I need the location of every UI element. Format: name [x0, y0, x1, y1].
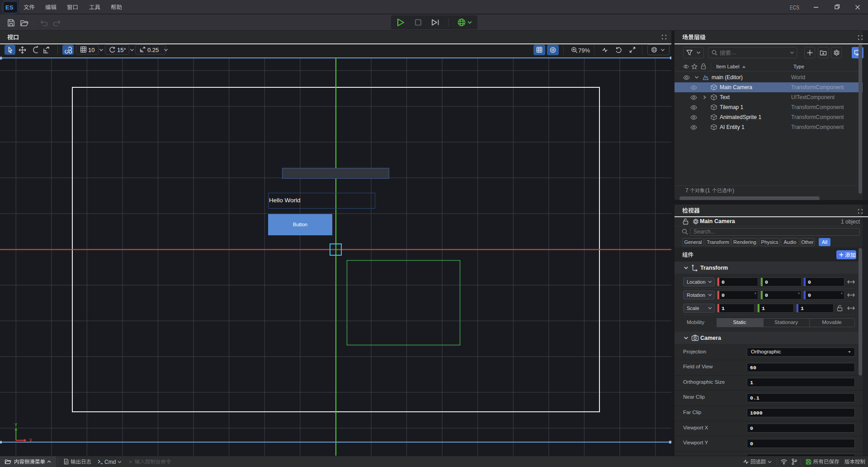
svg-text:Button: Button [293, 222, 307, 227]
svg-text:Hello World: Hello World [269, 197, 301, 204]
svg-text:Y: Y [14, 422, 18, 428]
svg-text:X: X [29, 438, 33, 443]
